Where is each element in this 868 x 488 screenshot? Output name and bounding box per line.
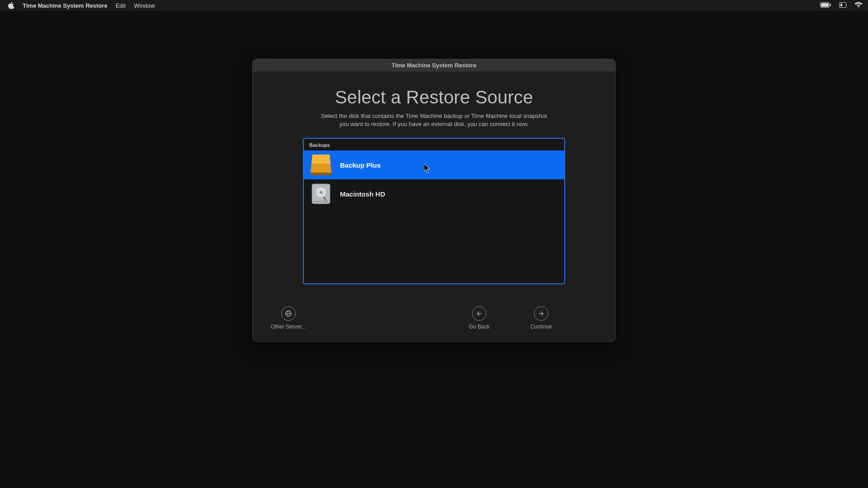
source-label: Backup Plus [340, 161, 381, 169]
button-label: Other Server... [271, 324, 306, 330]
svg-point-10 [320, 191, 322, 194]
subhead-line1: Select the disk that contains the Time M… [321, 113, 547, 119]
page-subhead: Select the disk that contains the Time M… [307, 112, 561, 128]
menu-app-name[interactable]: Time Machine System Restore [23, 2, 108, 9]
restore-source-list[interactable]: Backups Backup Plus [303, 138, 565, 284]
svg-rect-7 [311, 173, 331, 175]
svg-rect-12 [313, 201, 329, 202]
external-drive-icon [310, 154, 332, 176]
menu-bar: Time Machine System Restore Edit Window [0, 0, 868, 11]
svg-rect-3 [840, 2, 846, 7]
continue-button[interactable]: Continue [530, 306, 552, 330]
internal-drive-icon [310, 183, 332, 205]
input-menu-icon[interactable] [839, 2, 846, 9]
button-label: Go Back [469, 324, 490, 330]
subhead-line2: you want to restore. If you have an exte… [340, 121, 528, 127]
window-title: Time Machine System Restore [392, 62, 476, 69]
page-headline: Select a Restore Source [264, 87, 604, 108]
other-server-button[interactable]: Other Server... [271, 306, 306, 330]
restore-dialog: Time Machine System Restore Select a Res… [252, 59, 616, 342]
source-label: Macintosh HD [340, 190, 385, 198]
list-section-header: Backups [304, 139, 564, 150]
wifi-icon[interactable] [854, 2, 863, 9]
go-back-button[interactable]: Go Back [469, 306, 490, 330]
menu-window[interactable]: Window [134, 2, 155, 9]
svg-rect-1 [821, 3, 829, 7]
arrow-right-icon [534, 306, 548, 321]
menu-edit[interactable]: Edit [116, 2, 126, 9]
window-titlebar: Time Machine System Restore [253, 59, 615, 72]
svg-rect-2 [830, 4, 831, 6]
battery-icon[interactable] [820, 2, 831, 9]
button-label: Continue [530, 324, 552, 330]
source-row-backup-plus[interactable]: Backup Plus [304, 150, 564, 179]
apple-logo-icon[interactable] [8, 2, 14, 9]
globe-icon [281, 306, 296, 321]
arrow-left-icon [472, 306, 486, 321]
source-row-macintosh-hd[interactable]: Macintosh HD [304, 179, 564, 208]
svg-marker-6 [311, 155, 330, 164]
svg-rect-4 [840, 4, 842, 6]
